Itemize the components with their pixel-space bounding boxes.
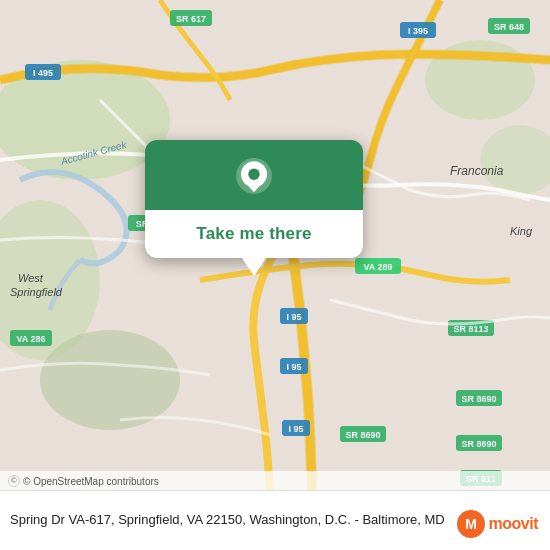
- svg-text:SR 8690: SR 8690: [461, 439, 496, 449]
- bottom-bar: Spring Dr VA-617, Springfield, VA 22150,…: [0, 490, 550, 550]
- svg-text:I 95: I 95: [288, 424, 303, 434]
- svg-text:SR 8113: SR 8113: [453, 324, 488, 334]
- moovit-logo: M moovit: [457, 510, 538, 538]
- osm-logo: ©: [8, 475, 20, 487]
- svg-text:SR 8690: SR 8690: [461, 394, 496, 404]
- svg-text:SR 648: SR 648: [494, 22, 524, 32]
- svg-text:M: M: [465, 516, 477, 532]
- copyright-label: © OpenStreetMap contributors: [23, 476, 159, 487]
- copyright-bar: © © OpenStreetMap contributors: [0, 471, 550, 490]
- moovit-text: moovit: [489, 515, 538, 533]
- copyright-text: © © OpenStreetMap contributors: [8, 475, 159, 487]
- svg-text:I 395: I 395: [408, 26, 428, 36]
- svg-text:I 495: I 495: [33, 68, 53, 78]
- svg-point-3: [40, 330, 180, 430]
- moovit-icon: M: [457, 510, 485, 538]
- svg-text:SR 617: SR 617: [176, 14, 206, 24]
- callout-card: Take me there: [145, 140, 363, 258]
- take-me-there-button[interactable]: Take me there: [145, 210, 363, 258]
- svg-point-44: [248, 169, 259, 180]
- svg-text:VA 289: VA 289: [363, 262, 392, 272]
- svg-text:Franconia: Franconia: [450, 164, 504, 178]
- map-container: I 495 I 395 I 95 I 95 I 95 VA 289 SR 617…: [0, 0, 550, 490]
- svg-text:VA 286: VA 286: [16, 334, 45, 344]
- svg-text:West: West: [18, 272, 44, 284]
- callout-pin-area: [145, 140, 363, 210]
- svg-text:Springfield: Springfield: [10, 286, 63, 298]
- svg-text:I 95: I 95: [286, 362, 301, 372]
- map-pin-icon: [232, 158, 276, 202]
- svg-text:SR 8690: SR 8690: [345, 430, 380, 440]
- svg-text:King: King: [510, 225, 533, 237]
- svg-text:I 95: I 95: [286, 312, 301, 322]
